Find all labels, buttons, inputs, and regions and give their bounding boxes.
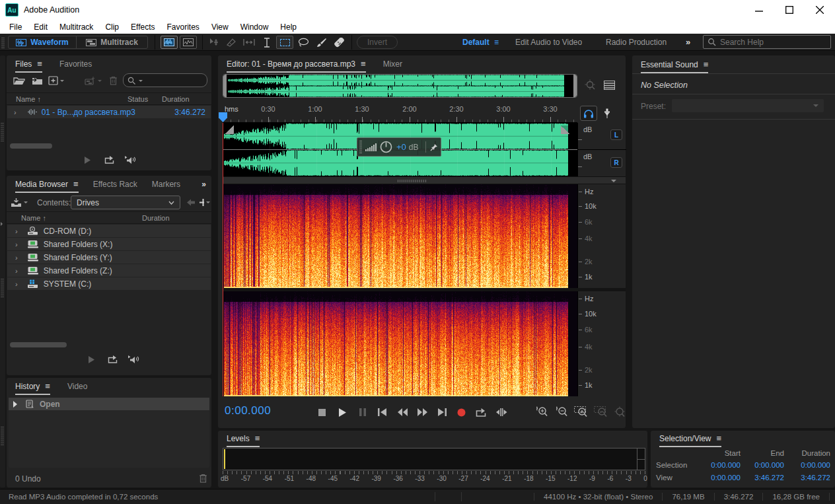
hud-gain-value[interactable]: +0 [396,142,406,152]
tab-mixer[interactable]: Mixer [383,59,402,69]
lasso-selection-tool[interactable] [295,36,311,49]
drive-row-system[interactable]: › SYSTEM (C:) [7,277,211,290]
tab-markers[interactable]: Markers [152,180,180,189]
files-search-box[interactable] [123,73,207,87]
maximize-button[interactable] [776,0,803,20]
move-tool[interactable] [206,36,222,49]
panel-menu-icon[interactable]: ≡ [37,61,42,67]
skip-to-end-button[interactable] [435,406,449,419]
workspace-overflow-chevron[interactable]: » [686,37,690,47]
tab-essential-sound[interactable]: Essential Sound≡ [641,60,708,69]
history-trash-button[interactable] [197,472,209,485]
drive-row-cdrom[interactable]: › CD-ROM (D:) [7,225,211,237]
panel-overflow-chevron[interactable]: » [201,180,206,189]
files-column-header[interactable]: Name ↑ Status Duration [7,92,211,105]
tab-media-browser[interactable]: Media Browser≡ [15,180,79,189]
marquee-selection-tool[interactable] [276,36,293,49]
volume-knob-icon[interactable] [380,141,392,153]
selection-start[interactable]: 0:00.000 [694,461,741,469]
insert-into-multitrack-button[interactable] [85,74,102,87]
drive-row-shared-y[interactable]: › Shared Folders (Y:) [7,251,211,264]
menu-help[interactable]: Help [274,22,303,32]
expand-chevron-icon[interactable]: › [15,267,18,275]
zoom-full-button[interactable] [583,78,599,92]
channel-left-button[interactable]: L [610,129,622,140]
waveform-view-button[interactable]: Waveform [9,36,77,48]
drive-row-shared-z[interactable]: › Shared Folders (Z:) [7,264,211,277]
divider-grip[interactable] [398,180,427,182]
panel-menu-icon[interactable]: ≡ [704,61,709,68]
fast-forward-button[interactable] [415,406,429,419]
channel-right-button[interactable]: R [610,157,622,168]
media-loop-button[interactable] [106,353,119,366]
overview-strip[interactable] [223,74,577,98]
tab-video[interactable]: Video [67,382,87,391]
media-column-header[interactable]: Name ↑ Duration [7,211,211,224]
zoom-out-selection-button[interactable] [593,405,608,418]
razor-tool[interactable] [223,36,239,49]
view-duration[interactable]: 3:46.272 [784,474,830,482]
files-trash-button[interactable] [106,74,120,87]
view-end[interactable]: 3:46.272 [741,474,784,482]
show-spectral-button[interactable] [180,36,197,49]
tab-favorites[interactable]: Favorites [59,59,92,69]
menu-edit[interactable]: Edit [28,22,54,32]
history-item-open[interactable]: Open [9,398,209,410]
hud-grip[interactable] [359,141,362,153]
tab-editor[interactable]: Editor: 01 - Время до рассвета.mp3≡ [227,59,366,69]
menu-favorites[interactable]: Favorites [161,22,205,32]
zoom-in-time-button[interactable] [534,405,548,418]
paintbrush-tool[interactable] [313,36,329,49]
close-button[interactable] [806,0,834,20]
timeline-ruler[interactable]: hms 0:30 1:00 1:30 2:00 2:30 3:00 3:30 [223,103,577,123]
minimize-button[interactable] [745,0,773,20]
skip-selection-button[interactable] [494,406,509,419]
slip-tool[interactable] [240,36,258,49]
files-autoplay-button[interactable] [122,153,138,166]
record-button[interactable] [454,406,468,419]
tab-levels[interactable]: Levels≡ [227,434,260,443]
workspace-radio-production[interactable]: Radio Production [606,38,667,47]
panel-menu-icon[interactable]: ≡ [361,61,366,67]
time-display[interactable]: 0:00.000 [225,404,271,417]
menu-clip[interactable]: Clip [99,22,125,32]
volume-hud[interactable]: +0 dB [357,137,441,157]
fade-out-handle[interactable] [561,126,569,134]
files-play-button[interactable] [81,153,94,166]
panel-menu-icon[interactable]: ≡ [255,435,260,442]
import-file-button[interactable] [29,74,45,87]
open-file-button[interactable] [12,74,26,87]
tab-effects-rack[interactable]: Effects Rack [93,180,137,189]
fade-in-handle[interactable] [225,126,234,134]
menu-window[interactable]: Window [235,22,275,32]
file-row[interactable]: › 01 - Вр...до рассвета.mp3 3:46.272 [7,106,211,118]
overview-trim-handle-right[interactable] [573,75,577,97]
selection-duration[interactable]: 0:00.000 [784,461,830,469]
workspace-edit-audio-to-video[interactable]: Edit Audio to Video [515,38,582,47]
expand-chevron-icon[interactable]: › [15,240,18,248]
media-autoplay-button[interactable] [126,353,141,366]
tab-files[interactable]: Files≡ [15,59,42,69]
monitor-headphones-button[interactable] [580,106,597,121]
pause-button[interactable] [355,406,370,419]
editor-list-button[interactable] [602,79,616,91]
tab-history[interactable]: History≡ [15,382,50,391]
view-divider[interactable] [223,176,626,184]
pin-button[interactable] [601,106,613,121]
workspace-default[interactable]: Default [462,38,490,47]
spectrogram-left[interactable] [223,184,577,288]
panel-menu-icon[interactable]: ≡ [73,181,79,188]
panel-menu-icon[interactable]: ≡ [717,435,722,442]
selection-end[interactable]: 0:00.000 [741,461,784,469]
expand-chevron-icon[interactable]: › [15,280,18,288]
spot-healing-brush-tool[interactable] [330,36,347,49]
zoom-to-selection-button[interactable] [573,405,588,418]
media-hscrollbar[interactable] [10,342,67,347]
stop-button[interactable] [314,406,329,419]
play-button[interactable] [335,406,349,419]
expand-chevron-icon[interactable]: › [15,254,18,262]
overview-waveform[interactable] [227,75,573,97]
zoom-out-time-button[interactable] [554,405,568,418]
view-start[interactable]: 0:00.000 [694,474,741,482]
reset-zoom-button[interactable] [612,405,626,418]
